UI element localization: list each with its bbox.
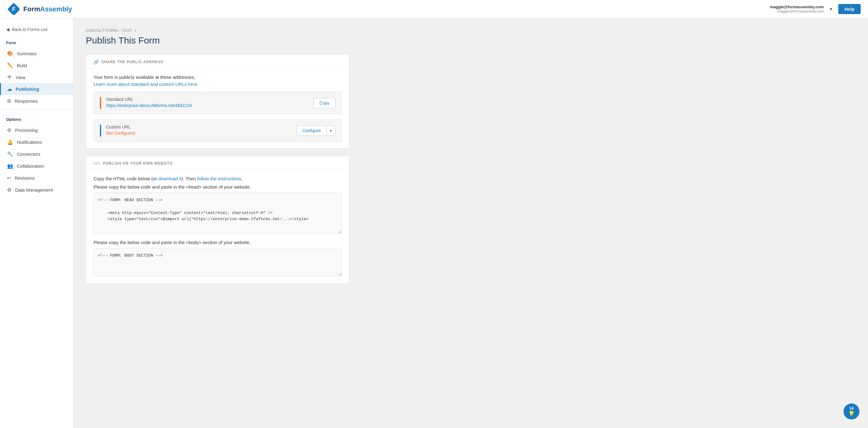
sidebar-item-label: Data Management bbox=[15, 187, 53, 192]
breadcrumb-dropdown-icon[interactable]: ▾ bbox=[134, 29, 136, 33]
custom-url-accent bbox=[100, 124, 101, 137]
data-management-icon: ♻ bbox=[7, 187, 11, 193]
copy-button[interactable]: Copy bbox=[314, 98, 335, 108]
standard-url-value: https://enterprise-demo.tfaforms.net/484… bbox=[106, 103, 309, 108]
custom-url-label: Custom URL bbox=[106, 124, 291, 129]
standard-url-box: Standard URL https://enterprise-demo.tfa… bbox=[93, 92, 342, 114]
responses-icon: ⊞ bbox=[7, 98, 11, 104]
publish-card: </> PUBLISH ON YOUR OWN WEBSITE Copy the… bbox=[86, 156, 349, 284]
sidebar-item-collaboration[interactable]: 👥 Collaboration bbox=[0, 160, 73, 172]
page-title: Publish This Form bbox=[86, 35, 856, 46]
share-description: Your form is publicly available at these… bbox=[93, 74, 342, 80]
publish-description-1: Copy the HTML code below (or download it… bbox=[93, 176, 342, 181]
share-card: 🔗 SHARE THE PUBLIC ADDRESS Your form is … bbox=[86, 54, 349, 148]
sidebar-item-notifications[interactable]: 🔔 Notifications bbox=[0, 136, 73, 148]
publish-section-header: </> PUBLISH ON YOUR OWN WEBSITE bbox=[86, 156, 349, 170]
standard-url-box-left: Standard URL https://enterprise-demo.tfa… bbox=[100, 97, 309, 109]
header: F FormAssembly maggie@formassembly.com m… bbox=[0, 0, 868, 19]
sidebar-item-label: View bbox=[16, 75, 25, 80]
logo-area: F FormAssembly bbox=[7, 3, 72, 16]
share-section-header: 🔗 SHARE THE PUBLIC ADDRESS bbox=[86, 55, 349, 68]
sidebar-item-publishing[interactable]: ☁ Publishing bbox=[0, 83, 73, 95]
user-email-main: maggie@formassembly.com bbox=[770, 5, 824, 9]
back-label: Back to Forms List bbox=[12, 27, 48, 32]
custom-url-actions: Configure ▾ bbox=[297, 125, 335, 136]
logo-icon: F bbox=[7, 3, 20, 16]
svg-text:F: F bbox=[12, 6, 16, 12]
sidebar-item-view[interactable]: 👁 View bbox=[0, 71, 73, 83]
custom-url-box: Custom URL Not Configured Configure ▾ bbox=[93, 119, 342, 142]
sidebar-item-summary[interactable]: 🎨 Summary bbox=[0, 48, 73, 59]
processing-icon: ⚙ bbox=[7, 127, 11, 133]
configure-button[interactable]: Configure bbox=[297, 125, 327, 136]
back-arrow-icon: ◀ bbox=[6, 27, 9, 32]
breadcrumb: CONTACT FORM – TEST ▾ bbox=[86, 28, 856, 33]
share-learn-more-link[interactable]: Learn more about standard and custom URL… bbox=[93, 82, 198, 87]
help-button[interactable]: Help bbox=[838, 4, 861, 14]
sidebar-item-data-management[interactable]: ♻ Data Management bbox=[0, 184, 73, 196]
sidebar-item-processing[interactable]: ⚙ Processing bbox=[0, 124, 73, 136]
body-code-textarea[interactable]: <!-- FORM: BODY SECTION --> bbox=[93, 248, 342, 276]
sidebar-item-label: Revisions bbox=[15, 175, 35, 181]
sidebar-item-label: Summary bbox=[17, 51, 36, 56]
user-dropdown-button[interactable]: ▾ bbox=[829, 5, 833, 13]
share-section-icon: 🔗 bbox=[93, 59, 99, 64]
share-card-body: Your form is publicly available at these… bbox=[86, 68, 349, 148]
main-content: CONTACT FORM – TEST ▾ Publish This Form … bbox=[73, 19, 868, 428]
user-info: maggie@formassembly.com maggie@formassem… bbox=[770, 5, 824, 13]
publish-section-label: PUBLISH ON YOUR OWN WEBSITE bbox=[103, 161, 173, 165]
sidebar-item-connectors[interactable]: 🔧 Connectors bbox=[0, 148, 73, 160]
standard-url-label: Standard URL bbox=[106, 97, 309, 102]
options-section-label: Options bbox=[0, 112, 73, 124]
layout: ◀ Back to Forms List Form 🎨 Summary ✏️ B… bbox=[0, 19, 868, 428]
code-icon: </> bbox=[93, 161, 100, 166]
publish-description-3: Please copy the below code and paste in … bbox=[93, 240, 342, 245]
configure-dropdown-button[interactable]: ▾ bbox=[327, 126, 335, 136]
standard-url-content: Standard URL https://enterprise-demo.tfa… bbox=[106, 97, 309, 109]
sidebar-item-label: Build bbox=[17, 63, 27, 68]
connectors-icon: 🔧 bbox=[7, 151, 13, 157]
breadcrumb-form-name: CONTACT FORM – TEST bbox=[86, 28, 132, 33]
bulb-icon: 💡 bbox=[848, 410, 855, 417]
build-icon: ✏️ bbox=[7, 63, 13, 68]
sidebar-item-build[interactable]: ✏️ Build bbox=[0, 59, 73, 71]
publishing-icon: ☁ bbox=[7, 86, 12, 92]
view-icon: 👁 bbox=[7, 74, 12, 80]
sidebar-item-label: Collaboration bbox=[17, 163, 44, 169]
sidebar-item-label: Responses bbox=[15, 98, 38, 103]
custom-url-box-left: Custom URL Not Configured bbox=[100, 124, 291, 137]
custom-url-content: Custom URL Not Configured bbox=[106, 124, 291, 137]
standard-url-accent bbox=[100, 97, 101, 109]
sidebar-item-revisions[interactable]: ↩ Revisions bbox=[0, 172, 73, 184]
logo-text: FormAssembly bbox=[23, 5, 72, 13]
notification-badge[interactable]: 14 💡 bbox=[843, 403, 860, 420]
notifications-icon: 🔔 bbox=[7, 139, 13, 145]
sidebar-item-label: Connectors bbox=[17, 151, 40, 157]
summary-icon: 🎨 bbox=[7, 51, 13, 56]
publish-description-2: Please copy the below code and paste in … bbox=[93, 184, 342, 189]
custom-url-value: Not Configured bbox=[106, 131, 291, 135]
revisions-icon: ↩ bbox=[7, 175, 11, 181]
sidebar-item-label: Notifications bbox=[17, 140, 42, 145]
share-section-label: SHARE THE PUBLIC ADDRESS bbox=[101, 60, 163, 64]
standard-url-actions: Copy bbox=[314, 98, 335, 108]
form-section-label: Form bbox=[0, 36, 73, 48]
sidebar-item-responses[interactable]: ⊞ Responses bbox=[0, 95, 73, 107]
sidebar-item-label: Processing bbox=[15, 127, 38, 133]
notification-count: 14 bbox=[849, 406, 854, 410]
sidebar-divider bbox=[0, 110, 73, 110]
sidebar-item-label: Publishing bbox=[16, 87, 39, 92]
instructions-link[interactable]: follow the instructions bbox=[197, 176, 241, 181]
user-email-sub: maggie@formassembly.com bbox=[777, 9, 824, 13]
sidebar: ◀ Back to Forms List Form 🎨 Summary ✏️ B… bbox=[0, 19, 73, 428]
head-code-textarea[interactable]: <!-- FORM: HEAD SECTION --> <meta http-e… bbox=[93, 192, 342, 234]
publish-card-body: Copy the HTML code below (or download it… bbox=[86, 170, 349, 284]
header-right: maggie@formassembly.com maggie@formassem… bbox=[770, 4, 861, 14]
download-link[interactable]: download it bbox=[158, 176, 181, 181]
back-to-forms-link[interactable]: ◀ Back to Forms List bbox=[0, 23, 73, 36]
collaboration-icon: 👥 bbox=[7, 163, 13, 169]
